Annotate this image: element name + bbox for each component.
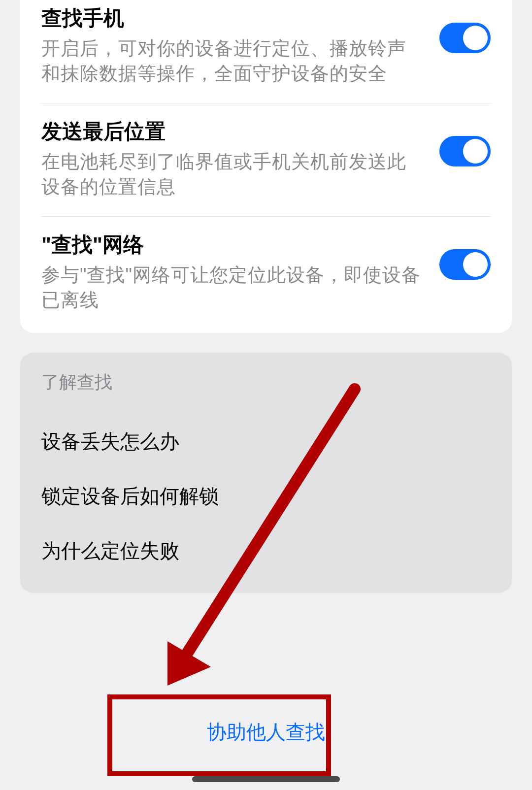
setting-title: 发送最后位置 [41,118,425,145]
setting-desc: 在电池耗尽到了临界值或手机关机前发送此设备的位置信息 [41,149,425,200]
link-device-lost[interactable]: 设备丢失怎么办 [41,414,491,469]
setting-text: 发送最后位置 在电池耗尽到了临界值或手机关机前发送此设备的位置信息 [41,118,439,199]
link-why-locate-fail[interactable]: 为什么定位失败 [41,524,491,578]
setting-text: 查找手机 开启后，可对你的设备进行定位、播放铃声和抹除数据等操作，全面守护设备的… [41,5,439,86]
setting-title: "查找"网络 [41,231,425,259]
toggle-find-phone[interactable] [439,23,491,53]
toggle-find-network[interactable] [439,249,491,280]
toggle-send-last-location[interactable] [439,136,491,166]
assist-others-find-button[interactable]: 协助他人查找 [187,709,345,756]
setting-find-phone: 查找手机 开启后，可对你的设备进行定位、播放铃声和抹除数据等操作，全面守护设备的… [41,0,491,103]
setting-desc: 参与"查找"网络可让您定位此设备，即使设备已离线 [41,263,425,313]
home-indicator [192,776,340,782]
settings-card: 查找手机 开启后，可对你的设备进行定位、播放铃声和抹除数据等操作，全面守护设备的… [20,0,512,333]
learn-card: 了解查找 设备丢失怎么办 锁定设备后如何解锁 为什么定位失败 [20,353,512,593]
link-unlock-after-lock[interactable]: 锁定设备后如何解锁 [41,469,491,524]
setting-desc: 开启后，可对你的设备进行定位、播放铃声和抹除数据等操作，全面守护设备的安全 [41,36,425,87]
setting-text: "查找"网络 参与"查找"网络可让您定位此设备，即使设备已离线 [41,231,439,313]
setting-send-last-location: 发送最后位置 在电池耗尽到了临界值或手机关机前发送此设备的位置信息 [41,103,491,217]
bottom-button-wrap: 协助他人查找 [0,709,532,756]
svg-marker-1 [167,641,211,686]
learn-header: 了解查找 [41,370,491,395]
setting-title: 查找手机 [41,5,425,32]
setting-find-network: "查找"网络 参与"查找"网络可让您定位此设备，即使设备已离线 [41,217,491,332]
